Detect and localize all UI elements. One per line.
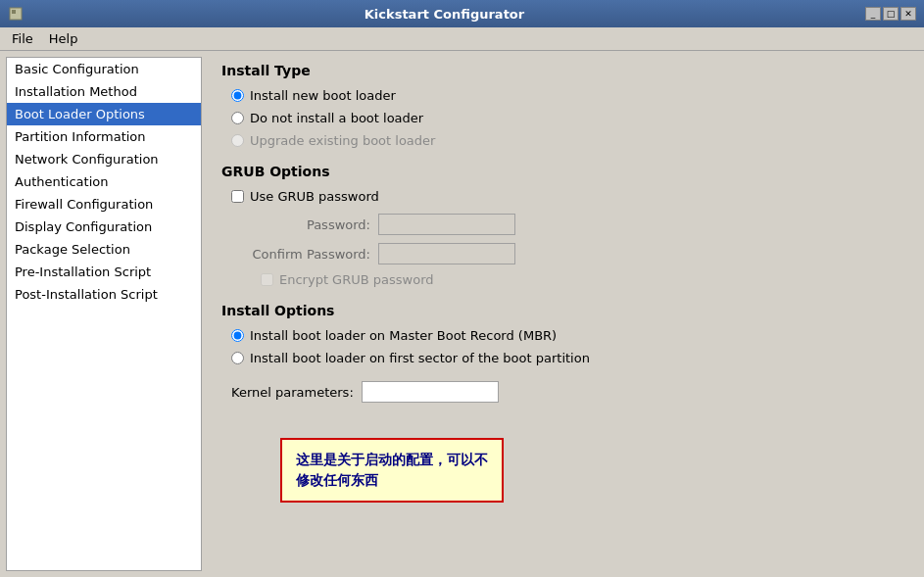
encrypt-grub-checkbox[interactable]	[261, 273, 273, 286]
install-options-title: Install Options	[221, 303, 904, 318]
use-grub-password-checkbox[interactable]	[231, 190, 244, 203]
svg-rect-1	[12, 10, 16, 14]
grub-section: GRUB Options Use GRUB password Password:…	[221, 164, 904, 287]
upgrade-label: Upgrade existing boot loader	[250, 133, 435, 148]
minimize-button[interactable]: _	[865, 7, 881, 21]
sidebar-item-basic-config[interactable]: Basic Configuration	[7, 58, 201, 80]
title-bar: Kickstart Configurator _ □ ✕	[0, 0, 924, 27]
install-first-sector-row: Install boot loader on first sector of t…	[231, 351, 904, 365]
sidebar-item-boot-loader[interactable]: Boot Loader Options	[7, 103, 201, 125]
install-type-none: Do not install a boot loader	[231, 111, 904, 125]
install-options-radio-group: Install boot loader on Master Boot Recor…	[221, 328, 904, 365]
install-new-label: Install new boot loader	[250, 88, 396, 103]
note-box: 这里是关于启动的配置，可以不修改任何东西	[280, 438, 504, 503]
window-controls: _ □ ✕	[865, 7, 916, 21]
upgrade-radio[interactable]	[231, 134, 244, 147]
kernel-params-row: Kernel parameters:	[221, 381, 904, 403]
encrypt-grub-label: Encrypt GRUB password	[279, 272, 434, 287]
menu-bar: File Help	[0, 27, 924, 51]
install-type-upgrade: Upgrade existing boot loader	[231, 133, 904, 148]
install-first-sector-label: Install boot loader on first sector of t…	[250, 351, 590, 365]
sidebar: Basic Configuration Installation Method …	[6, 57, 202, 571]
use-grub-password-label: Use GRUB password	[250, 189, 379, 204]
sidebar-item-post-install[interactable]: Post-Installation Script	[7, 283, 201, 306]
sidebar-item-network-config[interactable]: Network Configuration	[7, 148, 201, 170]
sidebar-item-pre-install[interactable]: Pre-Installation Script	[7, 261, 201, 283]
sidebar-item-authentication[interactable]: Authentication	[7, 170, 201, 193]
password-label: Password:	[241, 217, 378, 232]
install-first-sector-radio[interactable]	[231, 352, 244, 364]
sidebar-item-partition-info[interactable]: Partition Information	[7, 125, 201, 148]
kernel-params-label: Kernel parameters:	[231, 385, 354, 400]
install-new-radio[interactable]	[231, 89, 244, 102]
close-button[interactable]: ✕	[900, 7, 916, 21]
kernel-params-input[interactable]	[362, 381, 499, 403]
main-content: Basic Configuration Installation Method …	[0, 51, 924, 577]
sidebar-item-package-selection[interactable]: Package Selection	[7, 238, 201, 261]
install-type-radio-group: Install new boot loader Do not install a…	[221, 88, 904, 148]
confirm-password-row: Confirm Password:	[221, 243, 904, 264]
install-options-section: Install Options Install boot loader on M…	[221, 303, 904, 365]
password-row: Password:	[221, 214, 904, 235]
install-mbr-row: Install boot loader on Master Boot Recor…	[231, 328, 904, 343]
content-panel: Install Type Install new boot loader Do …	[202, 51, 924, 577]
grub-title: GRUB Options	[221, 164, 904, 179]
install-mbr-radio[interactable]	[231, 329, 244, 342]
do-not-install-radio[interactable]	[231, 112, 244, 124]
do-not-install-label: Do not install a boot loader	[250, 111, 423, 125]
install-type-new: Install new boot loader	[231, 88, 904, 103]
window-icon	[8, 6, 24, 22]
encrypt-grub-row: Encrypt GRUB password	[221, 272, 904, 287]
install-mbr-label: Install boot loader on Master Boot Recor…	[250, 328, 557, 343]
sidebar-item-display-config[interactable]: Display Configuration	[7, 216, 201, 238]
confirm-password-input[interactable]	[378, 243, 515, 264]
maximize-button[interactable]: □	[883, 7, 899, 21]
note-container: 这里是关于启动的配置，可以不修改任何东西	[221, 422, 904, 503]
window-title: Kickstart Configurator	[24, 7, 865, 22]
sidebar-item-installation-method[interactable]: Installation Method	[7, 80, 201, 103]
confirm-password-label: Confirm Password:	[241, 247, 378, 262]
use-grub-password-row: Use GRUB password	[221, 189, 904, 204]
note-text: 这里是关于启动的配置，可以不修改任何东西	[296, 450, 488, 491]
sidebar-item-firewall-config[interactable]: Firewall Configuration	[7, 193, 201, 216]
file-menu[interactable]: File	[4, 29, 41, 48]
install-type-title: Install Type	[221, 63, 904, 78]
help-menu[interactable]: Help	[41, 29, 86, 48]
password-input[interactable]	[378, 214, 515, 235]
